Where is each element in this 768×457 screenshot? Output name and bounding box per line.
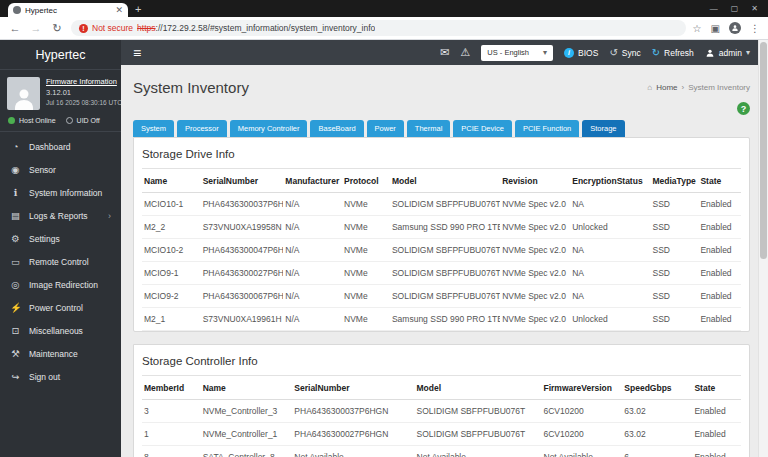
sidebar-item-label: Power Control [29, 303, 83, 313]
sidebar-item-remote-control[interactable]: ▭ Remote Control [0, 250, 121, 273]
sidebar-item-logs-reports[interactable]: ▤ Logs & Reports › [0, 204, 121, 227]
chevron-down-icon: ▾ [746, 48, 750, 57]
cell: Enabled [698, 216, 741, 239]
messages-icon[interactable]: ✉ [440, 46, 449, 59]
breadcrumb-current: System Inventory [688, 83, 750, 92]
sidebar-item-label: Maintenance [29, 349, 78, 359]
cell: NA [570, 285, 650, 308]
cell: N/A [283, 239, 342, 262]
new-tab-button[interactable]: + [135, 2, 141, 16]
cell: M2_2 [142, 216, 201, 239]
cell: Enabled [692, 446, 741, 457]
not-secure-icon[interactable]: ! [79, 24, 88, 33]
bios-button[interactable]: i BIOS [564, 48, 598, 58]
sidebar-item-label: Miscellaneous [29, 326, 83, 336]
tab-baseboard[interactable]: BaseBoard [310, 120, 363, 137]
window-close-icon[interactable]: ✕ [751, 4, 758, 13]
cell: Not Available [292, 446, 414, 457]
back-icon[interactable]: ← [8, 22, 22, 34]
not-secure-label[interactable]: Not secure [92, 23, 133, 33]
cell: Unlocked [570, 216, 650, 239]
cell: SSD [651, 262, 699, 285]
cell: NVMe_Controller_1 [201, 423, 293, 446]
sidebar-item-dashboard[interactable]: ◔ Dashboard [0, 135, 121, 158]
card-title: Storage Drive Info [142, 146, 741, 169]
grid-icon: ⊡ [10, 325, 21, 336]
browser-profile-icon[interactable] [729, 22, 741, 34]
cell: SOLIDIGM SBFPFUBU076T [415, 423, 542, 446]
sidebar-item-maintenance[interactable]: ⚒ Maintenance [0, 342, 121, 365]
tab-pcie-function[interactable]: PCIE Function [515, 120, 579, 137]
address-bar[interactable]: ! Not secure https://172.29.2.58/#system… [71, 20, 686, 36]
reload-icon[interactable]: ↻ [50, 22, 64, 35]
scrollbar-thumb[interactable] [760, 42, 767, 259]
firmware-information-link[interactable]: Firmware Information [46, 77, 115, 86]
window-maximize-icon[interactable]: ▢ [731, 4, 739, 13]
sidebar-item-image-redirection[interactable]: ◎ Image Redirection [0, 273, 121, 296]
sidebar-item-settings[interactable]: ⚙ Settings [0, 227, 121, 250]
browser-window: Hypertec ✕ + — ▢ ✕ ← → ↻ ! Not secure ht… [0, 0, 768, 457]
firmware-info: Firmware Information 3.12.01 Jul 16 2025… [46, 77, 115, 110]
refresh-button[interactable]: ↻ Refresh [652, 47, 694, 58]
cell: 6 [622, 446, 692, 457]
cell: NVMe Spec v2.0 [500, 239, 570, 262]
cell: 63.02 [622, 400, 692, 423]
help-icon[interactable]: ? [737, 102, 750, 115]
alerts-warning-icon[interactable]: ⚠ [460, 46, 470, 59]
cell: Enabled [698, 262, 741, 285]
app-header: ≡ ✉ ⚠ US - English ▾ i BIOS ↺ Sync [121, 40, 768, 65]
tab-processor[interactable]: Processor [177, 120, 227, 137]
tab-power[interactable]: Power [367, 120, 404, 137]
sign-out-icon: ↪ [10, 371, 21, 382]
bookmark-star-icon[interactable]: ☆ [693, 23, 702, 34]
monitor-icon: ▭ [10, 256, 21, 267]
column-header: MemberId [142, 376, 201, 400]
cell: Samsung SSD 990 PRO 1TB [390, 308, 500, 331]
refresh-icon: ↻ [652, 47, 660, 58]
cell: Not Available [542, 446, 623, 457]
sidebar-item-miscellaneous[interactable]: ⊡ Miscellaneous [0, 319, 121, 342]
sync-button[interactable]: ↺ Sync [609, 47, 640, 58]
browser-tab[interactable]: Hypertec ✕ [8, 3, 128, 17]
user-menu[interactable]: admin ▾ [705, 48, 750, 58]
table-header-row: Name SerialNumber Manufacturer Protocol … [142, 169, 741, 193]
cell: NVMe Spec v2.0 [500, 216, 570, 239]
page-title: System Inventory [133, 79, 249, 96]
cell: N/A [283, 262, 342, 285]
tab-close-icon[interactable]: ✕ [115, 5, 123, 15]
cell: NVMe [342, 262, 390, 285]
bios-label: BIOS [578, 48, 598, 58]
sidebar-item-sign-out[interactable]: ↪ Sign out [0, 365, 121, 388]
breadcrumb-home[interactable]: Home [656, 83, 677, 92]
language-select[interactable]: US - English ▾ [481, 45, 553, 61]
tab-system[interactable]: System [133, 120, 174, 137]
sidebar-item-label: Sensor [29, 165, 56, 175]
sidebar-item-system-information[interactable]: ℹ System Information [0, 181, 121, 204]
tab-thermal[interactable]: Thermal [407, 120, 451, 137]
breadcrumb: ⌂ Home › System Inventory [647, 83, 750, 92]
column-header: EncryptionStatus [570, 169, 650, 193]
help-row: ? [133, 102, 750, 115]
hamburger-menu-icon[interactable]: ≡ [133, 45, 141, 61]
forward-icon[interactable]: → [29, 22, 43, 34]
side-panel-icon[interactable]: ▣ [711, 23, 720, 34]
url-text[interactable]: https://172.29.2.58/#system_information/… [137, 23, 375, 33]
table-row: MCIO9-2 PHA6436300067P6HGN N/A NVMe SOLI… [142, 285, 741, 308]
tab-pcie-device[interactable]: PCIE Device [453, 120, 512, 137]
firmware-block: Firmware Information 3.12.01 Jul 16 2025… [0, 70, 121, 114]
cell: NVMe_Controller_3 [201, 400, 293, 423]
cell: SOLIDIGM SBFPFUBU076T [390, 193, 500, 216]
cell: Samsung SSD 990 PRO 1TB [390, 216, 500, 239]
cell: SSD [651, 193, 699, 216]
page-scrollbar[interactable] [758, 40, 768, 457]
cell: NVMe Spec v2.0 [500, 193, 570, 216]
sidebar-item-sensor[interactable]: ◉ Sensor [0, 158, 121, 181]
sidebar-item-label: Sign out [29, 372, 60, 382]
url-scheme: https [137, 23, 155, 33]
window-minimize-icon[interactable]: — [710, 4, 718, 13]
browser-menu-icon[interactable]: ⋮ [750, 23, 760, 34]
window-controls: — ▢ ✕ [710, 0, 768, 17]
tab-memory-controller[interactable]: Memory Controller [230, 120, 308, 137]
tab-storage[interactable]: Storage [582, 120, 624, 137]
sidebar-item-power-control[interactable]: ⚡ Power Control [0, 296, 121, 319]
